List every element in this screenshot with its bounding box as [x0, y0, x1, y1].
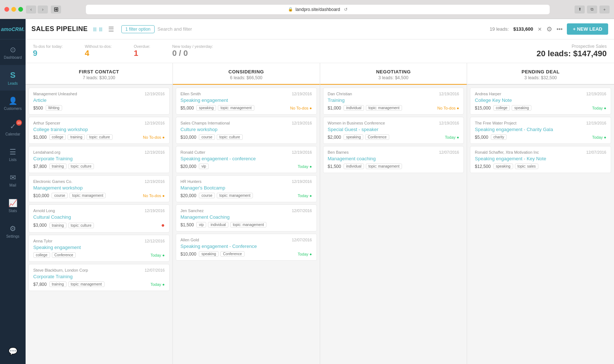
sidebar-item-dashboard[interactable]: ⊙ Dashboard: [0, 39, 26, 65]
layout-button[interactable]: ⊞: [51, 5, 61, 14]
card-tag: course: [199, 193, 215, 198]
card-company: Anna Tylor: [33, 239, 52, 243]
card-title[interactable]: Management coaching: [328, 156, 459, 161]
maximize-dot[interactable]: [18, 7, 23, 12]
card-title[interactable]: College training workshop: [33, 127, 165, 132]
table-row[interactable]: Ben Barnes12/07/2016Management coaching$…: [323, 146, 464, 173]
card-title[interactable]: Speaking engagement - Key Note: [475, 156, 606, 161]
sidebar-item-chat[interactable]: 💬: [0, 338, 26, 364]
table-row[interactable]: Anna Tylor12/12/2016Speaking engagementc…: [29, 235, 170, 262]
browser-right-controls: ⬆ ⧉ +: [575, 5, 610, 14]
table-row[interactable]: Lendahand.org12/19/2016Corporate Trainin…: [29, 146, 170, 173]
tabs-button[interactable]: ⧉: [587, 5, 597, 14]
card-company: The Free Water Project: [475, 121, 516, 125]
card-title[interactable]: Article: [33, 97, 165, 103]
table-row[interactable]: The Free Water Project12/19/2016Speaking…: [470, 117, 611, 144]
table-row[interactable]: Sales Champs International12/19/2016Cult…: [176, 117, 317, 144]
card-header: Ronald Schaffer, Xtra Motivation Inc12/0…: [475, 150, 606, 154]
add-tab-button[interactable]: +: [599, 5, 610, 14]
card-title[interactable]: Speaking engagement - conference: [181, 156, 312, 161]
card-footer: $10,000coursetopic: managementNo To-dos …: [33, 193, 165, 198]
table-row[interactable]: Arthur Spencer12/19/2016College training…: [29, 117, 170, 144]
card-title[interactable]: Cultural Coaching: [33, 214, 165, 220]
card-title[interactable]: Special Guest - speaker: [328, 127, 459, 132]
card-title[interactable]: Manager's Bootcamp: [181, 185, 312, 191]
leads-icon: S: [10, 70, 16, 80]
stats-bar: To-dos for today: 9 Without to-dos: 4 Ov…: [26, 39, 614, 63]
card-tag: course: [52, 193, 68, 198]
kanban-title-negotiating: NEGOTIATING: [326, 69, 461, 74]
forward-button[interactable]: ›: [38, 5, 48, 14]
table-row[interactable]: Ronald Schaffer, Xtra Motivation Inc12/0…: [470, 146, 611, 173]
sidebar-item-lists[interactable]: ☰ Lists: [0, 142, 26, 167]
table-row[interactable]: Arnold Long12/19/2016Cultural Coaching$3…: [29, 204, 170, 233]
filter-bar: 1 filter option Search and filter: [121, 25, 485, 33]
table-row[interactable]: Ronald Cutter12/19/2016Speaking engageme…: [176, 146, 317, 173]
card-title[interactable]: Speaking engagement: [33, 245, 165, 250]
sidebar-item-leads[interactable]: S Leads: [0, 65, 26, 91]
card-tag: topic: management: [217, 193, 253, 198]
sidebar-item-stats[interactable]: 📈 Stats: [0, 193, 26, 218]
table-row[interactable]: Allen Gold12/07/2016Speaking engagement …: [176, 234, 317, 261]
card-title[interactable]: Speaking engagement - Charity Gala: [475, 127, 606, 132]
card-company: Andrea Harper: [475, 92, 501, 96]
filter-badge[interactable]: 1 filter option: [121, 25, 155, 33]
card-title[interactable]: Culture workshop: [181, 127, 312, 132]
gear-icon[interactable]: ⚙: [546, 25, 552, 33]
share-button[interactable]: ⬆: [575, 5, 585, 14]
close-dot[interactable]: [4, 7, 9, 12]
card-title[interactable]: Speaking engagement: [181, 97, 312, 103]
card-footer: $1,500individualtopic: management: [328, 164, 459, 169]
kanban-col-pending-deal: PENDING DEAL3 leads: $32,500Andrea Harpe…: [467, 63, 614, 364]
new-lead-button[interactable]: + NEW LEAD: [567, 23, 608, 35]
minimize-dot[interactable]: [11, 7, 16, 12]
table-row[interactable]: Steve Blackburn, London Corp12/07/2016Co…: [29, 264, 170, 291]
sidebar-label-dashboard: Dashboard: [4, 55, 22, 60]
more-options-icon[interactable]: •••: [557, 26, 563, 32]
card-title[interactable]: Speaking engagement - Conference: [181, 244, 312, 249]
sidebar-item-calendar[interactable]: 10 ✓ Calendar: [0, 116, 26, 142]
card-header: Jen Sanchez12/07/2016: [181, 208, 312, 213]
stat-new-label: New today / yesterday:: [172, 44, 213, 49]
card-title[interactable]: Corporate Training: [33, 274, 165, 279]
card-title[interactable]: Management workshop: [33, 185, 165, 191]
sidebar-label-leads: Leads: [8, 81, 18, 85]
kanban-col-first-contact: FIRST CONTACT7 leads: $30,100Management …: [26, 63, 173, 364]
card-title[interactable]: Training: [328, 97, 459, 103]
url-bar[interactable]: 🔒 landpro.site/dashboard ↺: [86, 5, 550, 14]
card-footer: $5,000charityToday ●: [475, 134, 606, 140]
card-tag: topic: culture: [68, 164, 94, 169]
refresh-icon[interactable]: ↺: [344, 7, 348, 12]
menu-icon[interactable]: ☰: [108, 25, 114, 33]
browser-nav: ‹ ›: [26, 5, 48, 14]
sidebar-item-customers[interactable]: 👤 Customers: [0, 91, 26, 116]
chat-icon: 💬: [8, 347, 18, 356]
table-row[interactable]: Andrea Harper12/19/2016College Key Note$…: [470, 88, 611, 115]
table-row[interactable]: Ellen Smith12/19/2016Speaking engagement…: [176, 88, 317, 115]
card-footer: $20,000vipToday ●: [181, 164, 312, 169]
table-row[interactable]: Jen Sanchez12/07/2016Management Coaching…: [176, 204, 317, 231]
back-button[interactable]: ‹: [26, 5, 36, 14]
table-row[interactable]: Electronic Games Co.12/19/2016Management…: [29, 175, 170, 202]
app: amoCRM. ⊙ Dashboard S Leads 👤 Customers …: [0, 19, 614, 364]
search-input[interactable]: Search and filter: [158, 26, 192, 32]
card-amount: $2,000: [328, 135, 341, 140]
sidebar-item-mail[interactable]: ✉ Mail: [0, 167, 26, 193]
card-footer: $1,000collegetrainingtopic: cultureNo To…: [33, 134, 165, 140]
sidebar-label-mail: Mail: [10, 183, 16, 187]
card-date: 12/19/2016: [439, 121, 459, 125]
table-row[interactable]: HR Hunters12/19/2016Manager's Bootcamp$2…: [176, 175, 317, 202]
kanban-sub-pending-deal: 3 leads: $32,500: [473, 75, 608, 80]
card-tag: vip: [199, 164, 209, 169]
card-title[interactable]: Corporate Training: [33, 156, 165, 161]
card-title[interactable]: College Key Note: [475, 97, 606, 103]
card-amount: $12,500: [475, 164, 490, 169]
sidebar-item-settings[interactable]: ⚙ Settings: [0, 218, 26, 244]
table-row[interactable]: Management Unleashed12/19/2016Article$50…: [29, 88, 170, 115]
card-title[interactable]: Management Coaching: [181, 214, 312, 220]
table-row[interactable]: Women in Business Conference12/19/2016Sp…: [323, 117, 464, 144]
card-footer: $10,000coursetopic: culture: [181, 134, 312, 140]
table-row[interactable]: Dan Christian12/19/2016Training$1,000ind…: [323, 88, 464, 115]
stat-without-todos-value: 4: [85, 49, 112, 58]
clear-filter-icon[interactable]: ✕: [538, 26, 542, 32]
